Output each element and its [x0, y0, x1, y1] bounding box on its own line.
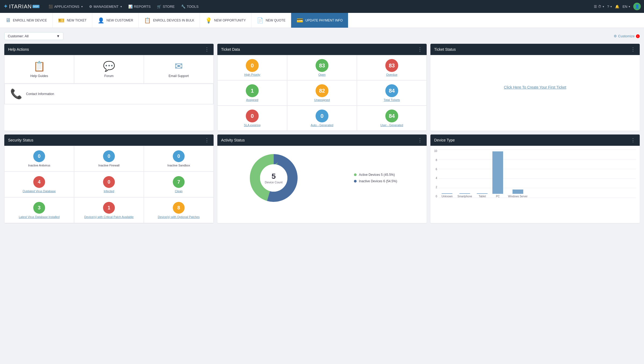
ticket-unassigned[interactable]: 82 Unassigned	[287, 80, 357, 105]
nav-reports[interactable]: 📊 REPORTS	[126, 3, 153, 10]
donut-center: 5 Device Count	[265, 172, 283, 184]
logo-name: ITARIAN	[9, 3, 32, 10]
nav-avatar[interactable]: 👤	[633, 3, 641, 10]
sec-latest-virus-db[interactable]: 3 Latest Virus Database Installed	[4, 197, 74, 223]
quick-bar: 🖥 ENROLL NEW DEVICE 🎫 NEW TICKET 👤 NEW C…	[0, 13, 644, 28]
chart-area: Unknown Smartphone Tablet	[439, 150, 636, 203]
ticket-data-header: Ticket Data ⋮	[217, 44, 427, 55]
create-first-ticket-link[interactable]: Click Here To Create Your First Ticket	[504, 85, 566, 89]
security-status-body: 0 Inactive Antivirus 0 Inactive Firewall…	[4, 146, 214, 223]
sec-inactive-firewall[interactable]: 0 Inactive Firewall	[74, 146, 144, 172]
bar-windows-server-rect	[513, 190, 523, 194]
nav-lang[interactable]: EN ▾	[623, 5, 630, 9]
legend-inactive: Inactive Devices 6 (54.5%)	[354, 179, 397, 183]
customer-icon: 👤	[98, 17, 104, 24]
unassigned-badge: 82	[316, 84, 328, 97]
nav-applications[interactable]: ⬛ APPLICATIONS ▾	[46, 3, 85, 10]
help-actions-body: 📋 Help Guides 💬 Forum ✉ Email Support 📞	[4, 55, 214, 104]
nav-right: ☰ ⏱ ▾ ? ▾ 🔔 EN ▾ 👤	[594, 3, 641, 10]
ticket-assigned[interactable]: 1 Assigned	[217, 80, 287, 105]
nav-tools[interactable]: 🔧 TOOLS	[178, 3, 201, 10]
panel-ticket-data: Ticket Data ⋮ 0 High Priority 83 Open 83	[217, 44, 427, 131]
nav-items: ⬛ APPLICATIONS ▾ ⚙ MANAGEMENT ▾ 📊 REPORT…	[46, 3, 594, 10]
user-gen-badge: 84	[385, 110, 398, 122]
panel-security-status: Security Status ⋮ 0 Inactive Antivirus 0…	[4, 134, 214, 223]
sec-critical-patch[interactable]: 1 Device(s) with Critical Patch Availabl…	[74, 197, 144, 223]
payment-icon: 💳	[297, 17, 303, 24]
logo-msp: MSP	[32, 5, 39, 8]
help-actions-menu[interactable]: ⋮	[204, 46, 210, 52]
device-type-menu[interactable]: ⋮	[631, 137, 636, 143]
opportunity-icon: 💡	[205, 17, 212, 24]
quick-opportunity[interactable]: 💡 NEW OPPORTUNITY	[200, 13, 251, 28]
sec-infected[interactable]: 0 Infected	[74, 172, 144, 197]
help-item-contact[interactable]: 📞 Contact Information	[5, 84, 213, 104]
donut-legend: Active Devices 5 (45.5%) Inactive Device…	[354, 173, 397, 183]
sec-optional-patches[interactable]: 8 Device(s) with Optional Patches	[144, 197, 214, 223]
help-item-forum[interactable]: 💬 Forum	[74, 55, 144, 83]
bar-tablet-rect	[477, 193, 488, 194]
help-item-guides[interactable]: 📋 Help Guides	[4, 55, 74, 83]
bar-unknown-rect	[442, 193, 452, 194]
top-nav: ✦ ITARIAN MSP ⬛ APPLICATIONS ▾ ⚙ MANAGEM…	[0, 0, 644, 13]
nav-menu-icon[interactable]: ☰ ⏱ ▾	[594, 5, 604, 9]
ticket-user-gen[interactable]: 84 User - Generated	[357, 105, 427, 131]
high-priority-badge: 0	[246, 59, 259, 72]
sec-inactive-sandbox[interactable]: 0 Inactive Sandbox	[144, 146, 214, 172]
bar-windows-server: Windows Server	[508, 190, 528, 198]
device-type-header: Device Type ⋮	[430, 134, 640, 146]
quick-update-payment[interactable]: 💳 UPDATE PAYMENT INFO	[291, 13, 348, 28]
nav-help[interactable]: ? ▾	[607, 5, 612, 9]
activity-status-menu[interactable]: ⋮	[418, 137, 423, 143]
gear-icon: ⚙	[614, 34, 617, 38]
ticket-sla[interactable]: 0 SLA expiring	[217, 105, 287, 131]
monitor-icon: 🖥	[5, 17, 11, 23]
forum-icon: 💬	[103, 61, 115, 72]
ticket-status-body: Click Here To Create Your First Ticket	[430, 55, 640, 119]
ticket-overdue[interactable]: 83 Overdue	[357, 55, 427, 80]
quick-new-quote[interactable]: 📄 NEW QUOTE	[251, 13, 291, 28]
y-axis: 10 8 6 4 2 0	[434, 150, 439, 198]
device-type-body: 10 8 6 4 2 0	[430, 146, 640, 210]
sec-clean[interactable]: 7 Clean	[144, 172, 214, 197]
assigned-badge: 1	[246, 84, 259, 97]
critical-patch-badge: 1	[103, 202, 115, 214]
ticket-data-menu[interactable]: ⋮	[418, 46, 423, 52]
quick-enroll-bulk[interactable]: 📋 ENROLL DEVICES IN BULK	[139, 13, 200, 28]
ticket-auto-gen[interactable]: 0 Auto - Generated	[287, 105, 357, 131]
customer-bar: Customer: All ▼ ⚙ Customize 1	[4, 32, 640, 40]
sla-badge: 0	[246, 110, 259, 122]
nav-store[interactable]: 🛒 STORE	[154, 3, 177, 10]
ticket-high-priority[interactable]: 0 High Priority	[217, 55, 287, 80]
sec-outdated-virus[interactable]: 4 Outdated Virus Database	[4, 172, 74, 197]
customize-button[interactable]: ⚙ Customize 1	[614, 34, 640, 38]
help-item-email-support[interactable]: ✉ Email Support	[144, 55, 214, 83]
quick-new-ticket[interactable]: 🎫 NEW TICKET	[53, 13, 92, 28]
sec-inactive-antivirus[interactable]: 0 Inactive Antivirus	[4, 146, 74, 172]
bar-pc-rect	[492, 151, 503, 194]
main-content: Customer: All ▼ ⚙ Customize 1 Help Actio…	[0, 28, 644, 231]
ticket-status-header: Ticket Status ⋮	[430, 44, 640, 55]
inactive-sb-badge: 0	[173, 150, 185, 162]
logo[interactable]: ✦ ITARIAN MSP	[3, 3, 39, 10]
panel-activity-status: Activity Status ⋮ 5 Device Count	[217, 134, 427, 223]
panel-device-type: Device Type ⋮ 10 8 6 4 2 0	[430, 134, 640, 223]
security-grid: 0 Inactive Antivirus 0 Inactive Firewall…	[4, 146, 214, 223]
activity-body: 5 Device Count Active Devices 5 (45.5%) …	[217, 146, 427, 210]
ticket-open[interactable]: 83 Open	[287, 55, 357, 80]
activity-status-header: Activity Status ⋮	[217, 134, 427, 146]
ticket-data-body: 0 High Priority 83 Open 83 Overdue 1 As	[217, 55, 427, 131]
security-status-menu[interactable]: ⋮	[204, 137, 210, 143]
quick-new-customer[interactable]: 👤 NEW CUSTOMER	[92, 13, 139, 28]
customer-select[interactable]: Customer: All ▼	[4, 32, 63, 40]
ticket-total[interactable]: 84 Total Tickets	[357, 80, 427, 105]
inactive-fw-badge: 0	[103, 150, 115, 162]
open-badge: 83	[316, 59, 328, 72]
contact-icon: 📞	[10, 88, 22, 100]
nav-management[interactable]: ⚙ MANAGEMENT ▾	[86, 3, 125, 10]
bar-unknown: Unknown	[441, 193, 453, 198]
quick-enroll-device[interactable]: 🖥 ENROLL NEW DEVICE	[0, 13, 53, 28]
bar-smartphone: Smartphone	[458, 193, 472, 198]
ticket-status-menu[interactable]: ⋮	[631, 46, 636, 52]
nav-bell[interactable]: 🔔	[615, 5, 619, 9]
